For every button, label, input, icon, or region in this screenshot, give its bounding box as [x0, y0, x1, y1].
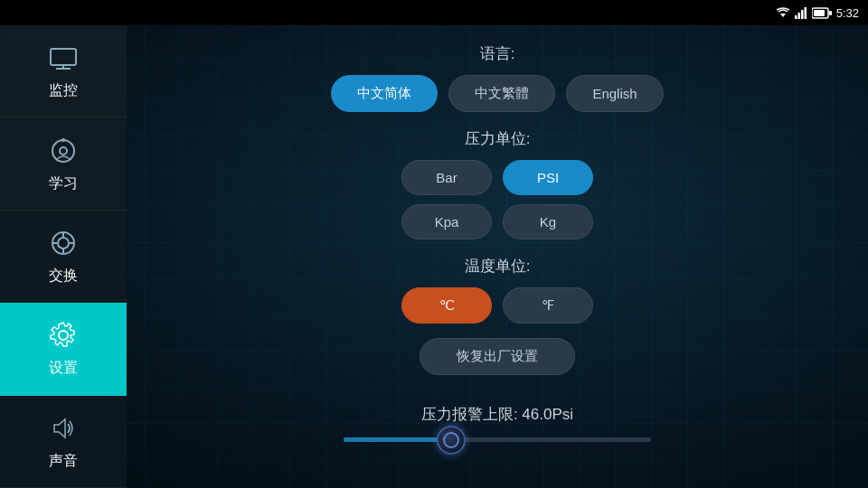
- language-title: 语言:: [271, 43, 723, 64]
- pressure-btn-bar[interactable]: Bar: [401, 160, 492, 195]
- svg-point-14: [61, 138, 65, 142]
- svg-rect-1: [795, 15, 797, 19]
- temperature-options: ℃ ℉: [271, 287, 723, 324]
- svg-marker-0: [780, 14, 786, 17]
- slider-thumb-inner: [443, 432, 459, 448]
- temperature-section: 温度单位: ℃ ℉ 恢复出厂设置: [271, 256, 723, 388]
- temperature-btn-fahrenheit[interactable]: ℉: [503, 287, 593, 324]
- signal-icon: [795, 6, 807, 19]
- temperature-title: 温度单位:: [271, 256, 723, 277]
- restore-factory-button[interactable]: 恢复出厂设置: [420, 338, 575, 375]
- pressure-unit-options: Bar PSI Kpa Kg: [271, 160, 723, 239]
- sidebar-label-settings: 设置: [49, 359, 78, 378]
- language-options: 中文简体 中文繁體 English: [271, 75, 723, 112]
- sidebar-item-monitor[interactable]: 监控: [0, 25, 127, 117]
- sidebar: 监控 学习: [0, 25, 127, 488]
- svg-point-12: [52, 140, 74, 162]
- content-area: 语言: 中文简体 中文繁體 English 压力单位: Bar PSI Kpa …: [127, 25, 868, 488]
- slider-thumb[interactable]: [437, 426, 466, 455]
- svg-rect-7: [829, 11, 832, 15]
- learn-icon: [47, 135, 80, 167]
- slider-track: [344, 437, 651, 442]
- svg-point-13: [60, 147, 67, 155]
- language-btn-zh-simple[interactable]: 中文简体: [331, 75, 438, 112]
- temperature-btn-celsius[interactable]: ℃: [401, 287, 492, 324]
- monitor-icon: [47, 42, 80, 74]
- status-time: 5:32: [836, 6, 859, 20]
- battery-icon: [812, 7, 832, 19]
- settings-icon: [47, 319, 80, 352]
- svg-rect-6: [814, 10, 825, 16]
- sidebar-item-sound[interactable]: 声音: [0, 396, 127, 488]
- status-bar: 5:32: [0, 0, 868, 25]
- sound-icon: [47, 412, 80, 445]
- svg-rect-4: [804, 7, 807, 19]
- language-btn-zh-traditional[interactable]: 中文繁體: [448, 75, 555, 112]
- pressure-unit-title: 压力单位:: [271, 128, 723, 149]
- svg-point-16: [58, 238, 69, 249]
- sidebar-label-monitor: 监控: [49, 81, 78, 100]
- sidebar-label-exchange: 交换: [49, 267, 78, 286]
- sidebar-label-learn: 学习: [49, 174, 78, 193]
- svg-rect-2: [797, 13, 800, 19]
- slider-fill: [344, 437, 451, 442]
- svg-rect-3: [801, 10, 804, 19]
- sidebar-item-learn[interactable]: 学习: [0, 117, 127, 210]
- pressure-row-1: Bar PSI: [401, 160, 593, 195]
- svg-point-21: [59, 331, 68, 340]
- sidebar-item-exchange[interactable]: 交换: [0, 211, 127, 303]
- pressure-slider-container: [344, 437, 651, 442]
- pressure-unit-section: 压力单位: Bar PSI Kpa Kg: [271, 128, 723, 239]
- exchange-icon: [47, 227, 80, 259]
- pressure-warning-label: 压力报警上限: 46.0Psi: [271, 404, 723, 425]
- status-icons: 5:32: [776, 6, 859, 20]
- pressure-btn-kpa[interactable]: Kpa: [401, 204, 492, 239]
- language-section: 语言: 中文简体 中文繁體 English: [271, 43, 723, 112]
- pressure-row-2: Kpa Kg: [401, 204, 593, 239]
- pressure-btn-psi[interactable]: PSI: [503, 160, 593, 195]
- svg-rect-8: [51, 49, 76, 65]
- language-btn-english[interactable]: English: [566, 75, 663, 112]
- sidebar-item-settings[interactable]: 设置: [0, 303, 127, 395]
- sidebar-label-sound: 声音: [49, 452, 78, 471]
- svg-marker-22: [54, 419, 65, 437]
- pressure-btn-kg[interactable]: Kg: [503, 204, 593, 239]
- wifi-icon: [776, 6, 790, 19]
- app-container: 监控 学习: [0, 25, 868, 488]
- pressure-warning-section: 压力报警上限: 46.0Psi: [271, 404, 723, 442]
